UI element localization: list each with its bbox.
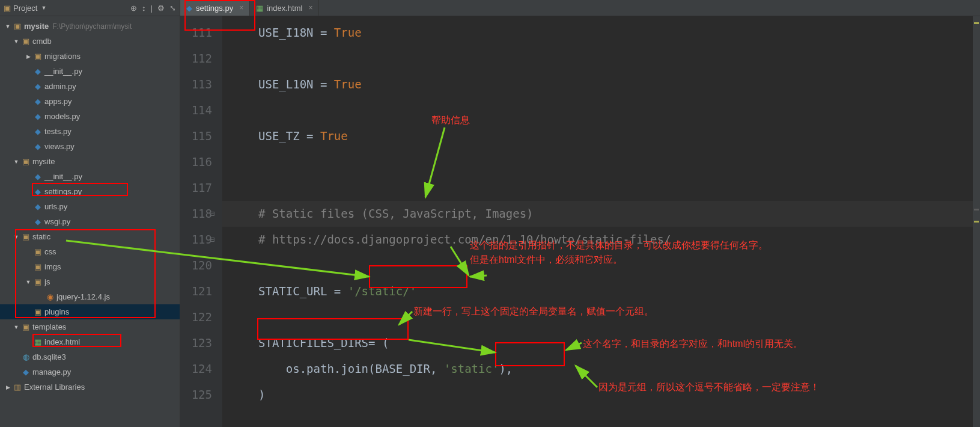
tree-item-css[interactable]: ▣css [0,244,180,259]
folder-icon: ▣ [20,37,31,46]
code-string: '/static/' [348,284,416,298]
line-number: 114 [180,97,212,123]
tree-item-admin-py[interactable]: ◆admin.py [0,79,180,94]
code-text: USE_TZ = [258,129,320,143]
tab-index-html[interactable]: ▦index.html× [250,0,319,16]
py-icon: ◆ [186,4,192,13]
folder-icon: ▣ [20,232,31,241]
folder-icon: ▣ [20,157,31,166]
fold-minus-icon[interactable]: ⊟ [207,234,218,245]
py-icon: ◆ [20,367,31,376]
tree-item-wsgi-py[interactable]: ◆wsgi.py [0,214,180,229]
expand-arrow-icon[interactable]: ▼ [24,279,32,285]
tree-item-label: index.html [44,337,80,346]
tree-item-templates[interactable]: ▼▣templates [0,319,180,334]
code-text: ), [499,362,513,375]
code-text: STATIC_URL = [258,284,348,298]
tree-item-imgs[interactable]: ▣imgs [0,259,180,274]
collapse-all-icon[interactable]: ↕ [142,4,146,13]
tree-item-apps-py[interactable]: ◆apps.py [0,94,180,109]
line-number: 124 [180,356,212,382]
tab-settings-py[interactable]: ◆settings.py× [180,0,250,16]
fold-minus-icon[interactable]: ⊟ [207,208,218,219]
py-icon: ◆ [32,82,43,91]
folder-icon: ▣ [32,277,43,286]
locate-icon[interactable]: ⊕ [130,4,137,13]
tree-item-jquery-1-12-4-js[interactable]: ◉jquery-1.12.4.js [0,289,180,304]
tree-item--init-py[interactable]: ◆__init__.py [0,169,180,184]
tree-item-migrations[interactable]: ▶▣migrations [0,49,180,64]
code-keyword: True [334,26,362,39]
tree-item-label: mysite [32,157,55,166]
db-icon: ◍ [20,352,31,361]
tree-item-js[interactable]: ▼▣js [0,274,180,289]
line-number: 122 [180,304,212,330]
expand-arrow-icon[interactable]: ▼ [12,159,20,165]
project-panel-header: ▣ Project ▼ ⊕ ↕ | ⚙ ⤡ [0,0,180,16]
code-keyword: True [334,78,362,91]
tree-item-label: plugins [44,307,69,316]
line-number: 115 [180,123,212,149]
separator-icon: | [151,4,153,13]
expand-arrow-icon[interactable]: ▼ [12,38,20,45]
html-icon: ▦ [32,337,43,346]
tree-item-label: jquery-1.12.4.js [56,292,110,301]
line-number-gutter: 1111121131141151161171181191201211221231… [180,16,222,427]
code-area[interactable]: USE_I18N = True USE_L10N = True USE_TZ =… [222,16,980,427]
project-title: Project [13,4,37,13]
tree-item-static[interactable]: ▼▣static [0,229,180,244]
code-text: os.path.join(BASE_DIR, [258,362,444,375]
folder-icon: ▣ [32,262,43,271]
code-comment: # Static files (CSS, JavaScript, Images) [258,207,534,220]
annotation-static-url-1: 这个指的是引用指针，不是具体的目录，可以改成你想要得任何名字。 [470,239,768,252]
dropdown-icon[interactable]: ▼ [41,5,46,11]
code-text: ) [258,388,265,401]
tree-item-tests-py[interactable]: ◆tests.py [0,124,180,139]
tree-item-label: urls.py [44,202,67,211]
tree-item-label: apps.py [44,97,72,106]
gear-icon[interactable]: ⚙ [157,4,165,13]
tree-item-plugins[interactable]: ▣plugins [0,304,180,319]
line-number: 121 [180,278,212,304]
expand-arrow-icon[interactable]: ▶ [24,54,32,60]
tree-item--init-py[interactable]: ◆__init__.py [0,64,180,79]
library-icon: ▥ [12,382,23,392]
expand-arrow-icon[interactable]: ▼ [12,324,20,330]
tree-item-label: __init__.py [44,67,82,76]
project-tree[interactable]: ▼ ▣ mysite F:\Python\pycharm\mysit ▼▣cmd… [0,16,180,427]
hide-icon[interactable]: ⤡ [169,4,176,13]
code-string: 'static' [444,362,499,375]
expand-arrow-icon[interactable]: ▼ [12,234,20,240]
folder-icon: ▣ [32,52,43,61]
py-icon: ◆ [32,67,43,76]
html-icon: ▦ [256,4,263,13]
tree-item-index-html[interactable]: ▦index.html [0,334,180,349]
tree-item-db-sqlite3[interactable]: ◍db.sqlite3 [0,349,180,364]
tree-item-views-py[interactable]: ◆views.py [0,139,180,154]
tree-root[interactable]: ▼ ▣ mysite F:\Python\pycharm\mysit [0,19,180,34]
tree-item-manage-py[interactable]: ◆manage.py [0,364,180,379]
line-number: 116 [180,149,212,175]
py-icon: ◆ [32,217,43,226]
external-libraries[interactable]: ▶ ▥ External Libraries [0,379,180,395]
editor-scrollbar[interactable] [973,16,980,427]
annotation-new-line: 新建一行，写上这个固定的全局变量名，赋值一个元组。 [413,306,654,318]
line-number: 117 [180,175,212,201]
editor-body[interactable]: 1111121131141151161171181191201211221231… [180,16,980,427]
tree-item-label: js [44,277,50,286]
tab-label: index.html [267,4,302,13]
py-icon: ◆ [32,142,43,151]
tree-item-label: migrations [44,52,81,61]
folder-icon: ▣ [32,247,43,256]
tree-item-label: __init__.py [44,172,82,181]
tree-root-path: F:\Python\pycharm\mysit [52,22,132,31]
tree-item-label: css [44,247,56,256]
tree-item-label: tests.py [44,127,72,136]
close-icon[interactable]: × [308,4,312,12]
tree-item-urls-py[interactable]: ◆urls.py [0,199,180,214]
tree-item-mysite[interactable]: ▼▣mysite [0,154,180,169]
tree-item-settings-py[interactable]: ◆settings.py [0,184,180,199]
close-icon[interactable]: × [239,4,243,12]
tree-item-cmdb[interactable]: ▼▣cmdb [0,34,180,49]
tree-item-models-py[interactable]: ◆models.py [0,109,180,124]
